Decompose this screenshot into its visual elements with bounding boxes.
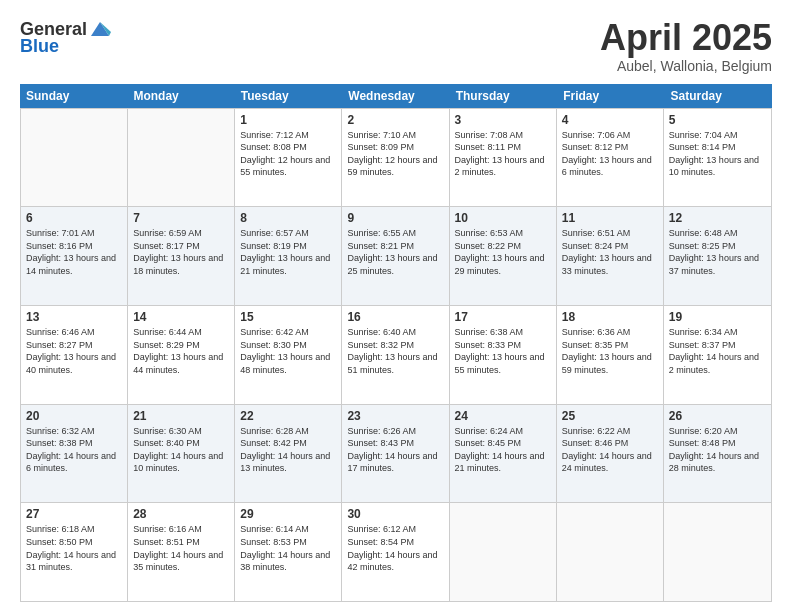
cal-cell: 14Sunrise: 6:44 AM Sunset: 8:29 PM Dayli… [128, 306, 235, 404]
day-info: Sunrise: 6:48 AM Sunset: 8:25 PM Dayligh… [669, 227, 766, 277]
day-number: 15 [240, 310, 336, 324]
day-info: Sunrise: 6:32 AM Sunset: 8:38 PM Dayligh… [26, 425, 122, 475]
cal-cell: 24Sunrise: 6:24 AM Sunset: 8:45 PM Dayli… [450, 405, 557, 503]
day-number: 23 [347, 409, 443, 423]
cal-cell: 2Sunrise: 7:10 AM Sunset: 8:09 PM Daylig… [342, 109, 449, 207]
day-number: 5 [669, 113, 766, 127]
weekday-header-wednesday: Wednesday [342, 84, 449, 108]
week-row-1: 1Sunrise: 7:12 AM Sunset: 8:08 PM Daylig… [21, 108, 771, 208]
day-info: Sunrise: 6:28 AM Sunset: 8:42 PM Dayligh… [240, 425, 336, 475]
day-info: Sunrise: 6:34 AM Sunset: 8:37 PM Dayligh… [669, 326, 766, 376]
day-number: 24 [455, 409, 551, 423]
page: General Blue April 2025 Aubel, Wallonia,… [0, 0, 792, 612]
week-row-4: 20Sunrise: 6:32 AM Sunset: 8:38 PM Dayli… [21, 405, 771, 504]
day-number: 19 [669, 310, 766, 324]
cal-cell [557, 503, 664, 601]
day-number: 28 [133, 507, 229, 521]
cal-cell: 4Sunrise: 7:06 AM Sunset: 8:12 PM Daylig… [557, 109, 664, 207]
cal-cell: 10Sunrise: 6:53 AM Sunset: 8:22 PM Dayli… [450, 207, 557, 305]
cal-cell: 21Sunrise: 6:30 AM Sunset: 8:40 PM Dayli… [128, 405, 235, 503]
day-info: Sunrise: 7:04 AM Sunset: 8:14 PM Dayligh… [669, 129, 766, 179]
logo-icon [89, 18, 111, 40]
day-number: 3 [455, 113, 551, 127]
day-number: 8 [240, 211, 336, 225]
day-info: Sunrise: 7:12 AM Sunset: 8:08 PM Dayligh… [240, 129, 336, 179]
cal-cell [128, 109, 235, 207]
logo: General Blue [20, 18, 111, 57]
weekday-header-monday: Monday [127, 84, 234, 108]
logo-blue: Blue [20, 36, 59, 57]
day-info: Sunrise: 6:16 AM Sunset: 8:51 PM Dayligh… [133, 523, 229, 573]
weekday-header-friday: Friday [557, 84, 664, 108]
day-number: 22 [240, 409, 336, 423]
weekday-header-tuesday: Tuesday [235, 84, 342, 108]
day-number: 26 [669, 409, 766, 423]
day-number: 11 [562, 211, 658, 225]
cal-cell: 22Sunrise: 6:28 AM Sunset: 8:42 PM Dayli… [235, 405, 342, 503]
day-info: Sunrise: 6:36 AM Sunset: 8:35 PM Dayligh… [562, 326, 658, 376]
day-number: 17 [455, 310, 551, 324]
calendar-header: SundayMondayTuesdayWednesdayThursdayFrid… [20, 84, 772, 108]
weekday-header-saturday: Saturday [665, 84, 772, 108]
cal-cell: 8Sunrise: 6:57 AM Sunset: 8:19 PM Daylig… [235, 207, 342, 305]
cal-cell: 29Sunrise: 6:14 AM Sunset: 8:53 PM Dayli… [235, 503, 342, 601]
month-title: April 2025 [600, 18, 772, 58]
cal-cell: 27Sunrise: 6:18 AM Sunset: 8:50 PM Dayli… [21, 503, 128, 601]
day-info: Sunrise: 6:24 AM Sunset: 8:45 PM Dayligh… [455, 425, 551, 475]
day-info: Sunrise: 6:57 AM Sunset: 8:19 PM Dayligh… [240, 227, 336, 277]
cal-cell: 18Sunrise: 6:36 AM Sunset: 8:35 PM Dayli… [557, 306, 664, 404]
day-number: 10 [455, 211, 551, 225]
week-row-2: 6Sunrise: 7:01 AM Sunset: 8:16 PM Daylig… [21, 207, 771, 306]
subtitle: Aubel, Wallonia, Belgium [600, 58, 772, 74]
day-info: Sunrise: 6:18 AM Sunset: 8:50 PM Dayligh… [26, 523, 122, 573]
day-number: 13 [26, 310, 122, 324]
day-info: Sunrise: 6:46 AM Sunset: 8:27 PM Dayligh… [26, 326, 122, 376]
cal-cell: 6Sunrise: 7:01 AM Sunset: 8:16 PM Daylig… [21, 207, 128, 305]
cal-cell: 25Sunrise: 6:22 AM Sunset: 8:46 PM Dayli… [557, 405, 664, 503]
day-info: Sunrise: 6:30 AM Sunset: 8:40 PM Dayligh… [133, 425, 229, 475]
day-info: Sunrise: 6:26 AM Sunset: 8:43 PM Dayligh… [347, 425, 443, 475]
cal-cell: 7Sunrise: 6:59 AM Sunset: 8:17 PM Daylig… [128, 207, 235, 305]
day-info: Sunrise: 6:53 AM Sunset: 8:22 PM Dayligh… [455, 227, 551, 277]
day-number: 21 [133, 409, 229, 423]
day-number: 14 [133, 310, 229, 324]
day-number: 12 [669, 211, 766, 225]
day-info: Sunrise: 6:20 AM Sunset: 8:48 PM Dayligh… [669, 425, 766, 475]
day-info: Sunrise: 6:12 AM Sunset: 8:54 PM Dayligh… [347, 523, 443, 573]
day-number: 9 [347, 211, 443, 225]
cal-cell: 28Sunrise: 6:16 AM Sunset: 8:51 PM Dayli… [128, 503, 235, 601]
day-info: Sunrise: 6:51 AM Sunset: 8:24 PM Dayligh… [562, 227, 658, 277]
cal-cell: 19Sunrise: 6:34 AM Sunset: 8:37 PM Dayli… [664, 306, 771, 404]
day-info: Sunrise: 6:59 AM Sunset: 8:17 PM Dayligh… [133, 227, 229, 277]
cal-cell: 30Sunrise: 6:12 AM Sunset: 8:54 PM Dayli… [342, 503, 449, 601]
day-info: Sunrise: 6:40 AM Sunset: 8:32 PM Dayligh… [347, 326, 443, 376]
calendar-body: 1Sunrise: 7:12 AM Sunset: 8:08 PM Daylig… [20, 108, 772, 602]
day-info: Sunrise: 6:22 AM Sunset: 8:46 PM Dayligh… [562, 425, 658, 475]
cal-cell: 16Sunrise: 6:40 AM Sunset: 8:32 PM Dayli… [342, 306, 449, 404]
calendar: SundayMondayTuesdayWednesdayThursdayFrid… [20, 84, 772, 602]
title-section: April 2025 Aubel, Wallonia, Belgium [600, 18, 772, 74]
weekday-header-thursday: Thursday [450, 84, 557, 108]
cal-cell: 3Sunrise: 7:08 AM Sunset: 8:11 PM Daylig… [450, 109, 557, 207]
day-number: 18 [562, 310, 658, 324]
cal-cell: 26Sunrise: 6:20 AM Sunset: 8:48 PM Dayli… [664, 405, 771, 503]
day-info: Sunrise: 6:14 AM Sunset: 8:53 PM Dayligh… [240, 523, 336, 573]
day-info: Sunrise: 6:38 AM Sunset: 8:33 PM Dayligh… [455, 326, 551, 376]
day-number: 7 [133, 211, 229, 225]
day-number: 29 [240, 507, 336, 521]
day-number: 30 [347, 507, 443, 521]
cal-cell: 17Sunrise: 6:38 AM Sunset: 8:33 PM Dayli… [450, 306, 557, 404]
cal-cell: 5Sunrise: 7:04 AM Sunset: 8:14 PM Daylig… [664, 109, 771, 207]
day-number: 27 [26, 507, 122, 521]
cal-cell [664, 503, 771, 601]
cal-cell: 15Sunrise: 6:42 AM Sunset: 8:30 PM Dayli… [235, 306, 342, 404]
day-number: 1 [240, 113, 336, 127]
day-info: Sunrise: 7:08 AM Sunset: 8:11 PM Dayligh… [455, 129, 551, 179]
week-row-3: 13Sunrise: 6:46 AM Sunset: 8:27 PM Dayli… [21, 306, 771, 405]
cal-cell: 12Sunrise: 6:48 AM Sunset: 8:25 PM Dayli… [664, 207, 771, 305]
cal-cell: 1Sunrise: 7:12 AM Sunset: 8:08 PM Daylig… [235, 109, 342, 207]
cal-cell: 23Sunrise: 6:26 AM Sunset: 8:43 PM Dayli… [342, 405, 449, 503]
day-info: Sunrise: 7:01 AM Sunset: 8:16 PM Dayligh… [26, 227, 122, 277]
cal-cell: 20Sunrise: 6:32 AM Sunset: 8:38 PM Dayli… [21, 405, 128, 503]
day-info: Sunrise: 6:55 AM Sunset: 8:21 PM Dayligh… [347, 227, 443, 277]
